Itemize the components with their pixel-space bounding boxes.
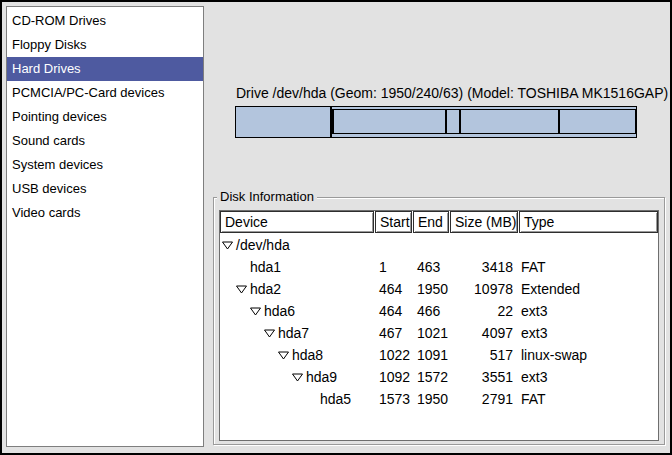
end-cell: 1950: [413, 278, 449, 300]
start-cell: 1: [375, 256, 412, 278]
type-cell: ext3: [519, 366, 658, 388]
expander-icon[interactable]: [236, 285, 247, 294]
column-header-size-mb[interactable]: Size (MB): [450, 211, 518, 233]
tree-indent: [222, 289, 236, 290]
table-header: DeviceStartEndSize (MB)Type: [220, 211, 658, 233]
expander-icon[interactable]: [250, 307, 261, 316]
tree-indent: [222, 311, 250, 312]
device-label: hda8: [292, 344, 323, 366]
sidebar-item-hard-drives[interactable]: Hard Drives: [7, 57, 203, 81]
end-cell: 1950: [413, 388, 449, 410]
size-cell: [450, 234, 518, 256]
type-cell: Extended: [519, 278, 658, 300]
device-label: hda5: [320, 388, 351, 410]
type-cell: [519, 234, 658, 256]
table-row-dev-hda[interactable]: /dev/hda: [220, 234, 658, 256]
start-cell: 1022: [375, 344, 412, 366]
sidebar-item-usb-devices[interactable]: USB devices: [7, 177, 203, 201]
tree-indent: [222, 267, 236, 268]
size-cell: 2791: [450, 388, 518, 410]
table-row-hda5[interactable]: hda5157319502791FAT: [220, 388, 658, 410]
device-label: hda7: [278, 322, 309, 344]
start-cell: 464: [375, 278, 412, 300]
expander-icon[interactable]: [278, 351, 289, 360]
device-label: /dev/hda: [236, 234, 290, 256]
start-cell: [375, 234, 412, 256]
sidebar-item-video-cards[interactable]: Video cards: [7, 201, 203, 225]
sidebar-item-sound-cards[interactable]: Sound cards: [7, 129, 203, 153]
partition-segment-hda8: [446, 109, 460, 134]
sidebar-item-system-devices[interactable]: System devices: [7, 153, 203, 177]
start-cell: 467: [375, 322, 412, 344]
table-row-hda6[interactable]: hda646446622ext3: [220, 300, 658, 322]
partition-segment-hda1: [236, 107, 331, 137]
device-label: hda2: [250, 278, 281, 300]
type-cell: FAT: [519, 388, 658, 410]
tree-indent: [222, 333, 264, 334]
disk-information-label: Disk Information: [217, 189, 317, 205]
expander-icon[interactable]: [222, 241, 233, 250]
disk-information-groupbox: Disk Information DeviceStartEndSize (MB)…: [213, 197, 665, 445]
end-cell: 1091: [413, 344, 449, 366]
end-cell: 1021: [413, 322, 449, 344]
end-cell: 1572: [413, 366, 449, 388]
table-row-hda8[interactable]: hda810221091517linux-swap: [220, 344, 658, 366]
window: CD-ROM DrivesFloppy DisksHard DrivesPCMC…: [0, 0, 672, 455]
device-cell: hda7: [220, 322, 374, 344]
device-cell: hda8: [220, 344, 374, 366]
drive-title: Drive /dev/hda (Geom: 1950/240/63) (Mode…: [236, 85, 668, 101]
size-cell: 3418: [450, 256, 518, 278]
device-label: hda9: [306, 366, 337, 388]
size-cell: 517: [450, 344, 518, 366]
partition-segment-hda2: [331, 107, 636, 137]
partition-segment-hda7: [333, 109, 446, 134]
tree-indent: [222, 399, 306, 400]
end-cell: 463: [413, 256, 449, 278]
table-row-hda9[interactable]: hda9109215723551ext3: [220, 366, 658, 388]
device-cell: hda6: [220, 300, 374, 322]
type-cell: FAT: [519, 256, 658, 278]
column-header-device[interactable]: Device: [220, 211, 374, 233]
start-cell: 464: [375, 300, 412, 322]
sidebar-item-pcmcia-pc-card-devices[interactable]: PCMCIA/PC-Card devices: [7, 81, 203, 105]
column-header-type[interactable]: Type: [519, 211, 658, 233]
type-cell: ext3: [519, 300, 658, 322]
start-cell: 1573: [375, 388, 412, 410]
expander-icon[interactable]: [264, 329, 275, 338]
expander-icon[interactable]: [292, 373, 303, 382]
column-header-start[interactable]: Start: [375, 211, 412, 233]
size-cell: 10978: [450, 278, 518, 300]
type-cell: linux-swap: [519, 344, 658, 366]
type-cell: ext3: [519, 322, 658, 344]
device-cell: hda1: [220, 256, 374, 278]
tree-indent: [222, 355, 278, 356]
tree-indent: [222, 377, 292, 378]
partition-segment-hda9: [460, 109, 558, 134]
sidebar-item-floppy-disks[interactable]: Floppy Disks: [7, 33, 203, 57]
table-row-hda2[interactable]: hda2464195010978Extended: [220, 278, 658, 300]
sidebar-item-cd-rom-drives[interactable]: CD-ROM Drives: [7, 9, 203, 33]
end-cell: 466: [413, 300, 449, 322]
size-cell: 3551: [450, 366, 518, 388]
partition-table: DeviceStartEndSize (MB)Type /dev/hdahda1…: [219, 210, 659, 441]
sidebar-list: CD-ROM DrivesFloppy DisksHard DrivesPCMC…: [6, 6, 204, 447]
device-label: hda6: [264, 300, 295, 322]
expander-spacer: [306, 399, 320, 400]
expander-spacer: [236, 267, 250, 268]
table-row-hda7[interactable]: hda746710214097ext3: [220, 322, 658, 344]
end-cell: [413, 234, 449, 256]
table-row-hda1[interactable]: hda114633418FAT: [220, 256, 658, 278]
device-cell: hda9: [220, 366, 374, 388]
partition-segment-hda5: [559, 109, 636, 134]
device-cell: hda5: [220, 388, 374, 410]
device-cell: /dev/hda: [220, 234, 374, 256]
start-cell: 1092: [375, 366, 412, 388]
sidebar-item-pointing-devices[interactable]: Pointing devices: [7, 105, 203, 129]
partition-bar: [235, 106, 637, 138]
size-cell: 4097: [450, 322, 518, 344]
size-cell: 22: [450, 300, 518, 322]
device-cell: hda2: [220, 278, 374, 300]
table-body: /dev/hdahda114633418FAThda2464195010978E…: [220, 233, 658, 410]
column-header-end[interactable]: End: [413, 211, 449, 233]
device-label: hda1: [250, 256, 281, 278]
